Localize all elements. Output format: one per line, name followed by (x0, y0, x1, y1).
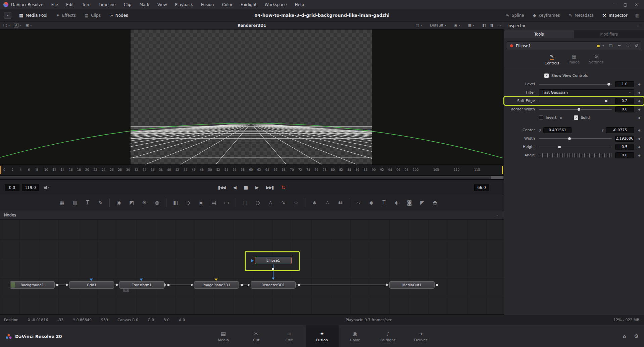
menu-clip[interactable]: Clip (120, 1, 135, 8)
soft-edge-value-field[interactable]: 0.2 (615, 98, 634, 104)
width-slider[interactable] (539, 136, 612, 141)
range-end-field[interactable]: 119.0 (22, 184, 39, 191)
invert-keyframe-icon[interactable]: ◆ (559, 116, 563, 119)
height-slider[interactable] (539, 145, 612, 149)
media-pool-button[interactable]: ▦Media Pool (15, 9, 52, 21)
merge-tool-icon[interactable]: ◧ (170, 198, 181, 208)
blur-tool-icon[interactable]: ◍ (152, 198, 162, 208)
node-renderer3d1[interactable]: Renderer3D1 (251, 281, 296, 289)
inspector-button[interactable]: ⚒Inspector (598, 9, 632, 21)
spline-button[interactable]: ∿Spline (501, 9, 529, 21)
node-versions-icon[interactable]: ❏ (609, 44, 612, 48)
menu-fairlight[interactable]: Fairlight (237, 1, 260, 8)
background-tool-icon[interactable]: ▦ (57, 198, 67, 208)
node-reset-icon[interactable]: ↺ (635, 44, 638, 48)
rectangle-mask-tool-icon[interactable]: □ (240, 198, 250, 208)
guides-dropdown[interactable]: ▦ ▾ (468, 23, 474, 28)
subtab-image[interactable]: ▦ Image (568, 54, 580, 65)
single-viewer-icon[interactable]: ◧ (482, 23, 486, 28)
star-mask-tool-icon[interactable]: ☆ (291, 198, 301, 208)
text-3d-tool-icon[interactable]: T (379, 198, 389, 208)
node-pin-icon[interactable]: ✒ (618, 44, 621, 48)
ellipse-overlay-curve[interactable] (0, 123, 503, 158)
filter-dropdown[interactable]: Fast Gaussian ▾ (539, 89, 634, 96)
show-view-controls-checkbox[interactable]: ✓ (544, 73, 549, 78)
menu-trim[interactable]: Trim (79, 1, 94, 8)
range-start-field[interactable]: 0.0 (5, 184, 19, 191)
menu-mark[interactable]: Mark (136, 1, 153, 8)
loop-button[interactable]: ↻ (281, 184, 286, 191)
metadata-button[interactable]: ✎Metadata (564, 9, 598, 21)
page-tab-fusion[interactable]: ✦Fusion (306, 325, 339, 347)
node-enable-dot[interactable] (510, 44, 513, 47)
viewer-fit-dropdown[interactable]: Fit ▾ (3, 23, 10, 28)
polygon-mask-tool-icon[interactable]: △ (265, 198, 276, 208)
paint-tool-icon[interactable]: ✎ (95, 198, 105, 208)
merge-3d-tool-icon[interactable]: ◈ (392, 198, 402, 208)
node-graph[interactable]: Background1 Grid1 Transform1 ImagePlane3… (0, 220, 504, 315)
level-value-field[interactable]: 1.0 (615, 81, 634, 87)
particle-render-tool-icon[interactable]: ∴ (322, 198, 332, 208)
height-value-field[interactable]: 0.5 (615, 144, 634, 150)
border-width-value-field[interactable]: 0.0 (615, 106, 634, 112)
window-minimize-button[interactable]: – (614, 2, 616, 7)
menu-workspace[interactable]: Workspace (261, 1, 290, 8)
renderer-3d-tool-icon[interactable]: ◓ (430, 198, 440, 208)
node-ellipse1[interactable]: Ellipse1 (255, 257, 292, 264)
spot-light-3d-tool-icon[interactable]: ◤ (417, 198, 427, 208)
transform-tool-icon[interactable]: ◇ (183, 198, 193, 208)
width-keyframe-icon[interactable]: ◆ (637, 137, 641, 140)
node-mediaout1[interactable]: MediaOut1 (389, 281, 435, 289)
menu-view[interactable]: View (154, 1, 170, 8)
panel-layout-icon[interactable]: ▥ (635, 13, 639, 18)
page-panel-toggle-button[interactable]: ▾ (4, 12, 11, 19)
page-tab-media[interactable]: ▤Media (207, 325, 240, 347)
solid-keyframe-icon[interactable]: ◆ (637, 116, 641, 119)
ellipse-mask-tool-icon[interactable]: ○ (253, 198, 263, 208)
angle-keyframe-icon[interactable]: ◆ (637, 154, 641, 157)
gamut-dropdown[interactable]: ◉ ▾ (454, 23, 460, 28)
viewer-layout-dropdown[interactable]: ▣ ▾ (26, 23, 32, 28)
page-tab-deliver[interactable]: ➔Deliver (404, 325, 437, 347)
go-to-end-button[interactable]: ▶▶▮ (266, 185, 273, 190)
viewer-options-icon[interactable]: ⋯ (497, 23, 501, 28)
bspline-mask-tool-icon[interactable]: ∿ (278, 198, 288, 208)
clips-button[interactable]: ▤Clips (80, 9, 105, 21)
go-to-start-button[interactable]: ▮◀◀ (218, 185, 225, 190)
node-background1[interactable]: Background1 (10, 281, 55, 289)
menu-file[interactable]: File (48, 1, 61, 8)
keyframes-button[interactable]: ◆Keyframes (529, 9, 564, 21)
letterbox-tool-icon[interactable]: ▭ (221, 198, 232, 208)
dual-viewer-icon[interactable]: ◨ (490, 23, 493, 28)
node-grid1[interactable]: Grid1 (69, 281, 114, 289)
viewer-canvas[interactable] (0, 30, 504, 164)
channel-select-dropdown[interactable]: ▢ ▾ (416, 23, 422, 28)
invert-checkbox[interactable] (539, 115, 543, 120)
node-transform1[interactable]: Transform1 (119, 281, 164, 289)
menu-timeline[interactable]: Timeline (95, 1, 119, 8)
angle-value-field[interactable]: 0.0 (615, 152, 634, 158)
window-close-button[interactable]: ✕ (635, 2, 638, 7)
particle-fx-tool-icon[interactable]: ≋ (335, 198, 345, 208)
solid-checkbox[interactable]: ✓ (574, 115, 578, 120)
center-y-field[interactable]: -0.0775 (606, 127, 634, 133)
page-tab-fairlight[interactable]: ♪Fairlight (371, 325, 404, 347)
center-keyframe-icon[interactable]: ◆ (637, 129, 641, 132)
resize-tool-icon[interactable]: ▣ (196, 198, 206, 208)
inspector-options-icon[interactable]: ⋯ (637, 23, 641, 28)
page-tab-edit[interactable]: ≡Edit (273, 325, 306, 347)
subtab-settings[interactable]: ⚙ Settings (589, 54, 603, 65)
border-width-slider[interactable] (539, 107, 612, 112)
color-corrector-tool-icon[interactable]: ◉ (114, 198, 124, 208)
border-width-keyframe-icon[interactable]: ◆ (637, 108, 641, 111)
filter-keyframe-icon[interactable]: ◆ (637, 91, 641, 94)
tab-tools[interactable]: Tools (504, 30, 574, 38)
shape-3d-tool-icon[interactable]: ◆ (366, 198, 376, 208)
level-keyframe-icon[interactable]: ◆ (637, 83, 641, 86)
node-imageplane3d1[interactable]: ImagePlane3D1 (194, 281, 239, 289)
nodes-button[interactable]: ∞Nodes (105, 9, 132, 21)
soft-edge-keyframe-icon[interactable]: ◆ (637, 99, 641, 103)
audio-mute-icon[interactable] (44, 185, 50, 190)
chevron-down-icon[interactable]: ▾ (602, 44, 604, 47)
particle-emitter-tool-icon[interactable]: ∗ (309, 198, 319, 208)
